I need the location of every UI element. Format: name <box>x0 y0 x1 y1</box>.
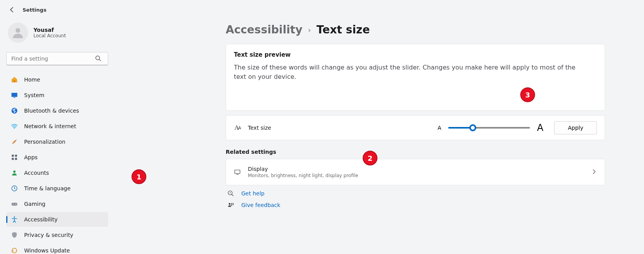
annotation-badge-3: 3 <box>520 87 535 102</box>
svg-point-0 <box>16 28 20 33</box>
text-size-slider-card: AA Text size A A Apply <box>226 115 605 140</box>
svg-rect-3 <box>14 80 15 82</box>
sidebar-item-gaming[interactable]: Gaming <box>6 197 108 211</box>
sidebar-item-label: Bluetooth & devices <box>24 108 79 114</box>
get-help-row[interactable]: ? Get help <box>227 190 604 197</box>
sidebar-item-time[interactable]: Time & language <box>6 181 108 196</box>
avatar <box>8 23 28 43</box>
profile-sub: Local Account <box>33 33 66 38</box>
svg-text:?: ? <box>230 191 231 195</box>
sidebar-item-home[interactable]: Home <box>6 72 108 87</box>
sidebar-item-label: Time & language <box>24 185 70 191</box>
svg-rect-10 <box>12 158 14 160</box>
breadcrumb-parent[interactable]: Accessibility <box>226 23 302 36</box>
profile-name: Yousaf <box>33 27 66 33</box>
brush-icon <box>11 138 18 145</box>
breadcrumb-leaf: Text size <box>316 23 370 36</box>
sidebar-item-network[interactable]: Network & internet <box>6 119 108 134</box>
search-input[interactable] <box>6 52 108 65</box>
system-icon <box>11 92 18 99</box>
display-icon <box>234 169 241 176</box>
nav-list: Home System Bluetooth & devices Network … <box>6 72 108 254</box>
app-title: Settings <box>23 7 46 13</box>
wifi-icon <box>11 123 18 130</box>
sidebar-item-label: Personalization <box>24 139 65 145</box>
preview-text: The size of these words will change as y… <box>234 63 576 82</box>
sidebar-item-label: Gaming <box>24 201 46 207</box>
slider-thumb[interactable] <box>469 124 476 131</box>
svg-line-21 <box>232 194 233 196</box>
sidebar-item-accessibility[interactable]: Accessibility <box>6 212 108 227</box>
sidebar-item-personalization[interactable]: Personalization <box>6 134 108 149</box>
privacy-icon <box>11 231 18 238</box>
annotation-badge-2: 2 <box>363 151 377 165</box>
sidebar-item-label: System <box>24 92 44 98</box>
sidebar-item-bluetooth[interactable]: Bluetooth & devices <box>6 103 108 118</box>
svg-point-1 <box>96 56 100 60</box>
accessibility-icon <box>11 216 18 223</box>
text-size-icon: AA <box>234 124 241 131</box>
svg-point-15 <box>13 204 14 205</box>
give-feedback-link[interactable]: Give feedback <box>241 202 280 208</box>
svg-point-12 <box>13 170 16 173</box>
svg-rect-18 <box>235 170 240 174</box>
home-icon <box>11 76 18 83</box>
give-feedback-row[interactable]: Give feedback <box>227 202 604 209</box>
apply-button[interactable]: Apply <box>554 121 597 134</box>
sidebar-item-apps[interactable]: Apps <box>6 150 108 165</box>
update-icon <box>11 247 18 254</box>
preview-title: Text size preview <box>234 51 597 58</box>
profile-block[interactable]: Yousaf Local Account <box>6 20 111 50</box>
svg-rect-11 <box>15 158 17 160</box>
chevron-right-icon: › <box>308 25 311 35</box>
back-arrow-icon <box>9 7 15 13</box>
sidebar-item-update[interactable]: Windows Update <box>6 243 108 254</box>
svg-point-16 <box>15 204 16 205</box>
sidebar-item-label: Accessibility <box>24 216 58 223</box>
slider-label: Text size <box>248 125 271 131</box>
sidebar-item-label: Accounts <box>24 170 49 176</box>
annotation-badge-1: 1 <box>132 169 146 184</box>
related-display-title: Display <box>248 166 358 172</box>
text-size-preview-card: Text size preview The size of these word… <box>226 44 605 111</box>
gaming-icon <box>11 200 18 207</box>
related-settings-heading: Related settings <box>226 149 605 155</box>
svg-rect-9 <box>15 155 17 157</box>
back-button[interactable] <box>8 5 16 14</box>
text-size-slider[interactable] <box>448 127 530 129</box>
svg-point-23 <box>229 203 231 205</box>
sidebar-item-label: Windows Update <box>24 247 70 254</box>
get-help-link[interactable]: Get help <box>241 190 265 197</box>
sidebar-item-system[interactable]: System <box>6 88 108 103</box>
search-icon <box>95 55 101 63</box>
slider-marker-big: A <box>537 122 543 133</box>
svg-rect-4 <box>12 93 18 97</box>
related-display-sub: Monitors, brightness, night light, displ… <box>248 173 358 178</box>
bluetooth-icon <box>11 107 18 114</box>
sidebar-item-accounts[interactable]: Accounts <box>6 165 108 180</box>
sidebar-item-label: Apps <box>24 154 38 160</box>
sidebar-item-privacy[interactable]: Privacy & security <box>6 228 108 242</box>
apps-icon <box>11 154 18 161</box>
svg-rect-5 <box>14 97 16 98</box>
help-icon: ? <box>227 190 234 197</box>
sidebar-item-label: Privacy & security <box>24 232 73 238</box>
svg-rect-8 <box>12 155 14 157</box>
sidebar-item-label: Network & internet <box>24 123 76 129</box>
svg-point-7 <box>14 128 15 129</box>
svg-point-17 <box>14 216 15 217</box>
svg-rect-14 <box>12 203 18 206</box>
breadcrumb: Accessibility › Text size <box>226 23 605 36</box>
time-icon <box>11 185 18 192</box>
sidebar-item-label: Home <box>24 77 40 83</box>
feedback-icon <box>227 202 234 209</box>
accounts-icon <box>11 169 18 176</box>
related-display-item[interactable]: Display Monitors, brightness, night ligh… <box>226 159 605 185</box>
chevron-right-icon <box>591 169 597 176</box>
svg-line-2 <box>99 59 101 61</box>
person-icon <box>11 26 25 39</box>
slider-marker-small: A <box>437 125 441 131</box>
